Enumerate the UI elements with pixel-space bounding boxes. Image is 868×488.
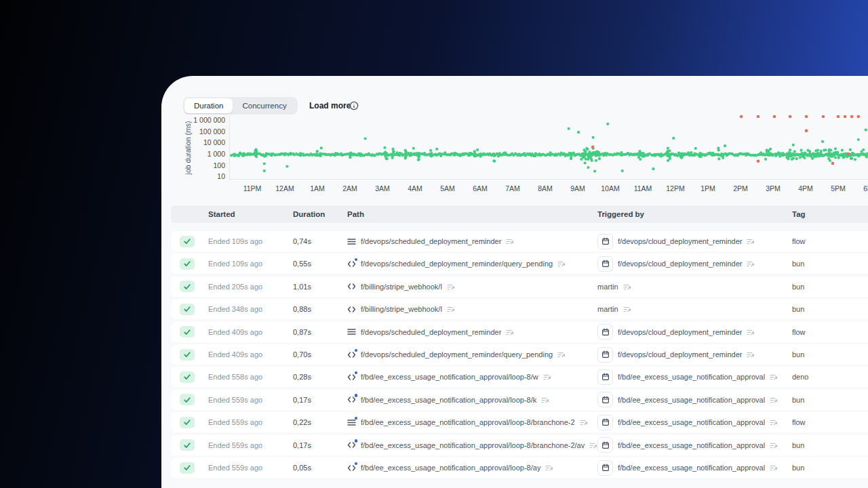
- runs-panel: Duration Concurrency Load more job durat…: [161, 76, 868, 488]
- tag-cell: bun: [792, 344, 804, 365]
- filter-icon[interactable]: [557, 260, 566, 268]
- path-link[interactable]: f/bd/ee_excess_usage_notification_approv…: [361, 390, 536, 410]
- table-row[interactable]: Ended 559s ago 0,17s f/bd/ee_excess_usag…: [171, 390, 868, 410]
- trigger-cell: martin: [597, 299, 631, 319]
- path-link[interactable]: f/bd/ee_excess_usage_notification_approv…: [361, 435, 585, 455]
- table-row[interactable]: Ended 559s ago 0,22s f/bd/ee_excess_usag…: [171, 412, 868, 432]
- trigger-link[interactable]: f/devops/cloud_deployment_reminder: [618, 253, 742, 274]
- filter-icon[interactable]: [747, 350, 755, 359]
- duration-cell: 0,74s: [293, 231, 311, 251]
- path-link[interactable]: f/devops/scheduled_deployment_reminder: [361, 231, 501, 251]
- trigger-link[interactable]: f/bd/ee_excess_usage_notification_approv…: [618, 435, 765, 455]
- filter-icon[interactable]: [447, 283, 455, 291]
- schedule-icon: [597, 392, 613, 407]
- table-row[interactable]: Ended 109s ago 0,55s f/devops/scheduled_…: [171, 253, 868, 274]
- filter-icon[interactable]: [623, 283, 631, 291]
- trigger-link[interactable]: f/bd/ee_excess_usage_notification_approv…: [618, 390, 765, 410]
- started-cell: Ended 559s ago: [208, 390, 262, 410]
- path-link[interactable]: f/bd/ee_excess_usage_notification_approv…: [361, 458, 540, 478]
- path-link[interactable]: f/devops/scheduled_deployment_reminder/q…: [361, 253, 553, 274]
- filter-icon[interactable]: [747, 328, 755, 336]
- path-link[interactable]: f/bd/ee_excess_usage_notification_approv…: [361, 412, 575, 432]
- path-link[interactable]: f/billing/stripe_webhook/l: [361, 277, 442, 297]
- duration-scatter-chart[interactable]: [229, 115, 868, 180]
- success-status-icon: [180, 258, 195, 270]
- trigger-link[interactable]: f/bd/ee_excess_usage_notification_approv…: [618, 458, 765, 478]
- filter-icon[interactable]: [557, 350, 566, 359]
- column-header: Path: [347, 205, 364, 223]
- load-more-button[interactable]: Load more: [309, 97, 351, 115]
- path-link[interactable]: f/devops/scheduled_deployment_reminder/q…: [361, 344, 553, 365]
- trigger-link[interactable]: f/bd/ee_excess_usage_notification_approv…: [618, 367, 765, 387]
- path-cell: f/bd/ee_excess_usage_notification_approv…: [347, 412, 588, 432]
- duration-cell: 0,28s: [293, 367, 311, 387]
- y-tick: 1 000: [193, 150, 225, 158]
- path-link[interactable]: f/bd/ee_excess_usage_notification_approv…: [361, 367, 538, 387]
- filter-icon[interactable]: [543, 373, 551, 381]
- x-tick: 12AM: [269, 184, 301, 192]
- table-row[interactable]: Ended 109s ago 0,74s f/devops/scheduled_…: [171, 231, 868, 251]
- trigger-link[interactable]: martin: [597, 277, 618, 297]
- filter-icon[interactable]: [541, 396, 549, 404]
- script-icon: [347, 373, 356, 382]
- page-background: Duration Concurrency Load more job durat…: [0, 0, 868, 488]
- tab-concurrency[interactable]: Concurrency: [233, 98, 296, 113]
- tab-duration[interactable]: Duration: [184, 98, 233, 113]
- table-row[interactable]: Ended 558s ago 0,28s f/bd/ee_excess_usag…: [171, 367, 868, 387]
- path-cell: f/bd/ee_excess_usage_notification_approv…: [347, 458, 553, 478]
- trigger-link[interactable]: f/devops/cloud_deployment_reminder: [618, 231, 742, 251]
- filter-icon[interactable]: [770, 418, 778, 426]
- filter-icon[interactable]: [770, 396, 778, 404]
- trigger-cell: f/devops/cloud_deployment_reminder: [597, 344, 755, 365]
- path-cell: f/bd/ee_excess_usage_notification_approv…: [347, 367, 551, 387]
- path-cell: f/bd/ee_excess_usage_notification_approv…: [347, 390, 549, 410]
- trigger-link[interactable]: f/bd/ee_excess_usage_notification_approv…: [618, 412, 765, 432]
- x-tick: 8AM: [529, 184, 561, 192]
- filter-icon[interactable]: [770, 464, 778, 472]
- filter-icon[interactable]: [506, 237, 514, 245]
- tag-cell: bun: [792, 435, 804, 455]
- script-icon: [347, 441, 356, 449]
- table-row[interactable]: Ended 559s ago 0,05s f/bd/ee_excess_usag…: [171, 458, 868, 478]
- path-cell: f/devops/scheduled_deployment_reminder: [347, 231, 514, 251]
- path-link[interactable]: f/billing/stripe_webhook/l: [361, 299, 442, 319]
- script-icon: [347, 395, 356, 404]
- duration-cell: 0,05s: [293, 458, 311, 478]
- table-row[interactable]: Ended 409s ago 0,70s f/devops/scheduled_…: [171, 344, 868, 365]
- x-tick: 4PM: [789, 184, 822, 192]
- success-status-icon: [180, 439, 195, 451]
- table-row[interactable]: Ended 205s ago 1,01s f/billing/stripe_we…: [171, 277, 868, 297]
- filter-icon[interactable]: [589, 441, 597, 449]
- table-row[interactable]: Ended 409s ago 0,87s f/devops/scheduled_…: [171, 322, 868, 342]
- x-tick: 11AM: [627, 184, 659, 192]
- filter-icon[interactable]: [506, 328, 514, 336]
- filter-icon[interactable]: [580, 418, 588, 426]
- filter-icon[interactable]: [747, 237, 755, 245]
- trigger-link[interactable]: martin: [597, 299, 618, 319]
- column-header: Duration: [293, 205, 325, 223]
- filter-icon[interactable]: [770, 373, 778, 381]
- info-icon[interactable]: [349, 101, 359, 110]
- table-row[interactable]: Ended 559s ago 0,17s f/bd/ee_excess_usag…: [171, 435, 868, 455]
- table-row[interactable]: Ended 348s ago 0,88s f/billing/stripe_we…: [171, 299, 868, 319]
- trigger-link[interactable]: f/devops/cloud_deployment_reminder: [618, 322, 742, 342]
- tag-cell: flow: [792, 412, 806, 432]
- filter-icon[interactable]: [545, 464, 553, 472]
- trigger-link[interactable]: f/devops/cloud_deployment_reminder: [618, 344, 742, 365]
- started-cell: Ended 205s ago: [208, 277, 262, 297]
- duration-cell: 0,70s: [293, 344, 311, 365]
- path-cell: f/billing/stripe_webhook/l: [347, 299, 455, 319]
- column-header: Tag: [792, 205, 806, 223]
- tag-cell: bun: [792, 390, 804, 410]
- y-tick: 1 000 000: [193, 116, 225, 124]
- filter-icon[interactable]: [770, 441, 778, 449]
- x-tick: 4AM: [399, 184, 431, 192]
- path-link[interactable]: f/devops/scheduled_deployment_reminder: [361, 322, 501, 342]
- filter-icon[interactable]: [747, 260, 755, 268]
- x-tick: 10AM: [594, 184, 627, 192]
- filter-icon[interactable]: [623, 305, 631, 313]
- x-tick: 3AM: [366, 184, 399, 192]
- filter-icon[interactable]: [447, 305, 455, 313]
- tag-cell: bun: [792, 458, 804, 478]
- success-status-icon: [180, 371, 195, 383]
